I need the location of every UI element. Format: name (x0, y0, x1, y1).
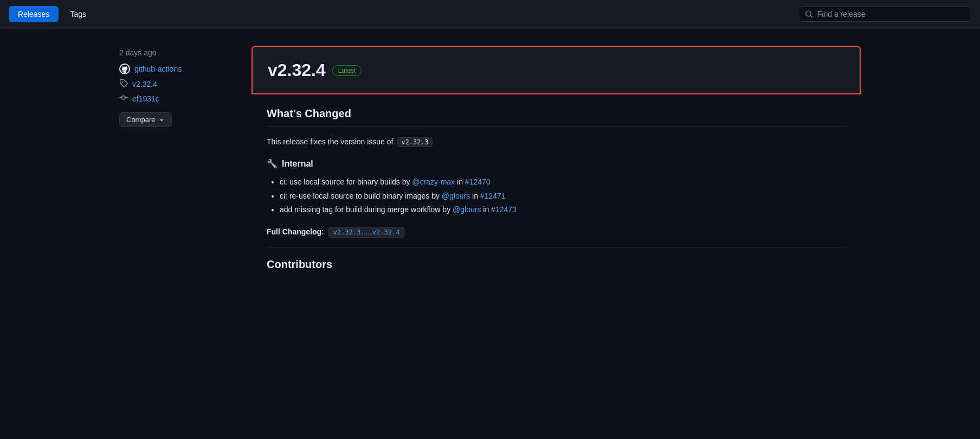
pr-link-2[interactable]: #12471 (480, 192, 506, 200)
sidebar-commit-label: ef1931c (132, 94, 159, 103)
list-item: ci: use local source for binary builds b… (280, 175, 846, 189)
author-link-3[interactable]: @glours (453, 205, 481, 214)
release-section: v2.32.4 Latest What's Changed This relea… (252, 46, 861, 284)
search-box[interactable] (798, 7, 971, 22)
search-icon (805, 10, 813, 18)
release-title-row: v2.32.4 Latest (268, 60, 844, 80)
author-link-2[interactable]: @glours (442, 192, 470, 200)
pr-link-1[interactable]: #12470 (465, 177, 491, 186)
release-description: This release fixes the version issue of … (267, 136, 846, 148)
avatar (119, 63, 130, 74)
whats-changed-title: What's Changed (267, 107, 846, 127)
full-changelog-label: Full Changelog: (267, 227, 324, 236)
changelog-link[interactable]: v2.32.3...v2.32.4 (328, 227, 405, 238)
sidebar-time: 2 days ago (119, 48, 238, 57)
tag-icon (119, 79, 128, 89)
nav-tabs: Releases Tags (9, 6, 95, 22)
sidebar: 2 days ago github-actions v2.32.4 (119, 46, 238, 284)
sidebar-tag[interactable]: v2.32.4 (119, 79, 238, 89)
author-link-1[interactable]: @crazy-max (412, 177, 455, 186)
bullet-list: ci: use local source for binary builds b… (267, 175, 846, 217)
list-item: add missing tag for build during merge w… (280, 203, 846, 217)
commit-icon (119, 93, 128, 104)
sidebar-tag-label: v2.32.4 (132, 80, 157, 88)
compare-label: Compare (126, 116, 155, 124)
sidebar-user[interactable]: github-actions (119, 63, 238, 74)
latest-badge: Latest (332, 65, 362, 76)
contributors-title: Contributors (267, 247, 846, 271)
main-content: 2 days ago github-actions v2.32.4 (111, 29, 869, 292)
release-version: v2.32.4 (268, 60, 326, 80)
tags-tab[interactable]: Tags (61, 6, 95, 22)
release-header-box: v2.32.4 Latest (252, 46, 861, 94)
full-changelog: Full Changelog: v2.32.3...v2.32.4 (267, 227, 846, 236)
wrench-icon: 🔧 (267, 158, 278, 169)
list-item: ci: re-use local source to build binary … (280, 189, 846, 203)
internal-section-label: Internal (282, 159, 313, 169)
top-nav: Releases Tags (0, 0, 980, 28)
version-code-inline: v2.32.3 (397, 137, 433, 147)
internal-section-heading: 🔧 Internal (267, 158, 846, 169)
search-input[interactable] (817, 10, 964, 18)
sidebar-username: github-actions (134, 65, 182, 73)
chevron-down-icon (158, 117, 165, 123)
sidebar-commit[interactable]: ef1931c (119, 93, 238, 104)
compare-button[interactable]: Compare (119, 112, 172, 127)
release-card-body: What's Changed This release fixes the ve… (252, 94, 861, 284)
pr-link-3[interactable]: #12473 (491, 205, 517, 214)
releases-tab[interactable]: Releases (9, 6, 59, 22)
